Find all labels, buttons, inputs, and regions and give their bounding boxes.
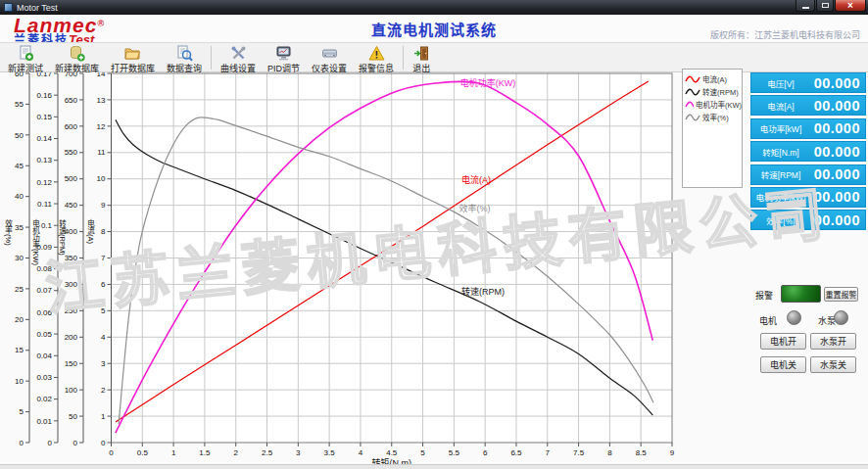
svg-text:30: 30 [15,254,24,262]
toolbar-button-exit[interactable]: 退出 [407,44,436,71]
svg-text:10: 10 [97,174,106,183]
svg-text:200: 200 [65,333,78,342]
motor-test-window: Motor Test × Lanmec® 兰菱科技Test 直流电机测试系统 版… [0,0,868,469]
svg-text:100: 100 [65,386,78,395]
new-database-icon [69,45,85,62]
svg-text:450: 450 [65,201,78,210]
svg-text:9: 9 [670,448,675,457]
svg-text:8: 8 [101,227,106,236]
svg-text:0.15: 0.15 [36,113,52,121]
svg-text:0.02: 0.02 [36,395,52,403]
value-box-label: 效率[%] [751,214,810,226]
curve-label: 电流(A) [461,174,491,185]
toolbar-button-new-test[interactable]: 新建测试 [2,44,49,71]
toolbar-button-new-database[interactable]: 新建数据库 [49,44,105,71]
svg-text:13: 13 [97,96,106,105]
data-query-icon [176,45,193,62]
toolbar-button-open-database[interactable]: 打开数据库 [105,44,161,71]
value-box: 转速[RPM]00.000 [750,164,866,185]
value-box-label: 转矩[N.m] [751,146,810,158]
svg-text:0.1: 0.1 [41,221,53,230]
exit-icon [413,45,430,62]
svg-text:4: 4 [101,333,106,342]
svg-text:50: 50 [69,412,77,421]
value-box: 电机功率[kW]00.000 [750,187,866,208]
svg-text:1: 1 [101,412,106,421]
svg-text:3: 3 [296,448,301,457]
svg-text:0.16: 0.16 [36,91,52,100]
svg-text:5: 5 [101,306,106,315]
toolbar-button-pid-tuning[interactable]: PID调节 [262,44,306,71]
minimize-button[interactable] [796,0,815,12]
toolbar-button-curve-settings[interactable]: 曲线设置 [215,44,262,71]
svg-text:0.11: 0.11 [37,200,53,209]
svg-text:45: 45 [15,162,24,170]
svg-text:5: 5 [420,448,425,457]
svg-text:150: 150 [65,359,78,368]
svg-text:1: 1 [171,448,176,457]
toolbar-separator [211,46,212,70]
svg-text:7.5: 7.5 [573,448,585,457]
minimize-icon [802,7,809,9]
toolbar-button-alarm-info[interactable]: 报警信息 [353,44,400,71]
alarm-indicator [781,285,821,303]
legend-line-icon [685,100,694,110]
window-controls: × [795,0,866,12]
pump-on-button[interactable]: 水泵开 [810,333,856,350]
curve-settings-icon [230,45,247,62]
svg-text:0: 0 [101,439,106,447]
svg-text:50: 50 [15,131,24,140]
legend-label: 转速(RPM) [702,86,739,97]
value-box-value: 00.000 [810,98,865,114]
svg-text:0: 0 [109,448,114,457]
svg-text:0.07: 0.07 [36,286,52,295]
svg-text:3.5: 3.5 [324,448,336,457]
svg-text:0.03: 0.03 [36,373,52,382]
motor-on-button[interactable]: 电机开 [760,333,806,350]
toolbar-button-data-query[interactable]: 数据查询 [161,44,208,71]
svg-text:0.08: 0.08 [36,264,52,273]
alarm-label: 报警 [755,289,773,302]
alarm-info-icon [368,45,385,62]
svg-text:300: 300 [65,280,78,289]
curve-label: 转速(RPM) [461,286,505,297]
svg-text:5: 5 [20,407,24,416]
value-box: 电流[A]00.000 [750,95,866,116]
svg-text:55: 55 [15,100,24,109]
legend-item: 转速(RPM) [685,85,742,98]
svg-text:600: 600 [65,122,78,131]
svg-text:11: 11 [97,148,106,157]
svg-text:550: 550 [65,148,78,157]
pump-off-button[interactable]: 水泵关 [810,356,856,373]
svg-text:6: 6 [483,448,488,457]
svg-text:14: 14 [97,72,106,78]
chart-legend: 电流(A)转速(RPM)电机功率(KW)效率(%) [682,69,743,188]
maximize-button[interactable] [816,0,834,12]
svg-text:8: 8 [607,448,612,457]
svg-text:4: 4 [359,448,363,457]
app-icon [4,3,13,12]
value-box-value: 00.000 [810,212,865,228]
svg-text:8.5: 8.5 [636,448,648,457]
titlebar: Motor Test × [0,0,868,15]
svg-text:40: 40 [15,192,24,201]
motor-off-button[interactable]: 电机关 [760,356,806,373]
svg-text:15: 15 [15,346,24,354]
value-box-label: 电功率[kW] [751,122,810,134]
motor-curves-chart: 051015202530354045505560效率(%)00.010.020.… [0,72,680,469]
svg-text:500: 500 [65,174,78,183]
svg-text:4.5: 4.5 [386,448,398,457]
new-test-icon [18,45,34,62]
reset-alarm-button[interactable]: 重置报警 [824,287,858,302]
toolbar-button-meter-settings[interactable]: 仪表设置 [306,44,353,71]
svg-text:0: 0 [48,439,53,447]
svg-text:60: 60 [15,72,24,78]
legend-line-icon [685,113,700,122]
value-box-label: 电机功率[kW] [751,191,810,203]
legend-item: 效率(%) [685,111,742,123]
header: Lanmec® 兰菱科技Test 直流电机测试系统 版权所有：江苏兰菱机电科技有… [0,15,868,42]
svg-text:12: 12 [97,122,106,131]
legend-item: 电机功率(KW) [685,98,742,111]
close-button[interactable]: × [835,0,866,12]
value-box-label: 转速[RPM] [751,168,810,180]
